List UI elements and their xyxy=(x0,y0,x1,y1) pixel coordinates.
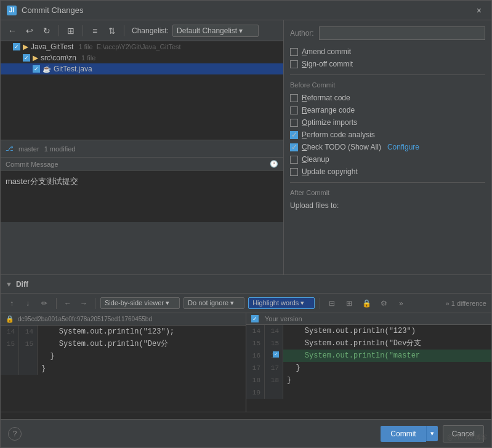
tree-item-src[interactable]: ✓ ▶ src\com\zn 1 file xyxy=(1,52,283,63)
commit-changes-dialog: JI Commit Changes × ← ↩ ↻ ⊞ ≡ ⇅ Changeli… xyxy=(0,0,492,448)
tree-item-extra-java-gittest: 1 file E:\accp\Y2\Git\Java_GitTest xyxy=(78,43,180,50)
viewer-dropdown[interactable]: Side-by-side viewer ▾ xyxy=(100,297,180,309)
upload-label: Upload files to: xyxy=(290,201,339,210)
toolbar-separator-2 xyxy=(83,25,83,36)
line-16-checkbox[interactable]: ✓ xyxy=(273,351,279,358)
changelist-label: Changelist: xyxy=(132,26,169,35)
right-pane-checkbox[interactable]: ✓ xyxy=(251,315,259,322)
checkbox-gittest-java[interactable]: ✓ xyxy=(33,65,40,73)
diff-scrollbar[interactable] xyxy=(1,412,491,419)
right-num-14: 14 xyxy=(246,325,265,337)
right-line-14: 14 14 System.out.println("123") xyxy=(246,325,491,337)
changelist-dropdown[interactable]: Default Changelist ▾ xyxy=(172,25,259,37)
right-line-18: 18 18 } xyxy=(246,374,491,386)
commit-message-input[interactable]: master分支测试提交 xyxy=(1,171,283,220)
optimize-imports-label: Optimize imports xyxy=(302,118,357,127)
tree-item-java-gittest[interactable]: ✓ ▶ Java_GitTest 1 file E:\accp\Y2\Git\J… xyxy=(1,41,283,52)
right-line-19: 19 xyxy=(246,386,491,399)
toolbar: ← ↩ ↻ ⊞ ≡ ⇅ Changelist: Default Changeli… xyxy=(1,20,283,41)
diff-edit-btn[interactable]: ✏ xyxy=(38,297,51,310)
before-commit-label: Before Commit xyxy=(290,81,485,89)
highlight-label: Highlight words xyxy=(252,299,299,306)
diff-left-btn[interactable]: ← xyxy=(62,297,74,310)
line-num-15: 15 xyxy=(1,338,19,350)
checkbox-java-gittest[interactable]: ✓ xyxy=(13,43,20,50)
left-panel: ← ↩ ↻ ⊞ ≡ ⇅ Changelist: Default Changeli… xyxy=(1,20,284,274)
diff-collapse-btn[interactable]: ⊟ xyxy=(325,297,339,310)
reformat-code-row: Reformat code xyxy=(290,94,485,102)
right-num-19: 19 xyxy=(246,386,265,399)
check-todo-label: Check TODO (Show All) xyxy=(302,143,381,151)
tree-item-label-src: src\com\zn xyxy=(41,54,76,62)
author-input[interactable] xyxy=(319,26,485,40)
left-diff-lines: 14 14 System.out.println("123"); 15 15 S… xyxy=(1,326,246,375)
history-icon[interactable]: 🕐 xyxy=(270,160,278,168)
rearrange-code-label: Rearrange code xyxy=(302,106,355,114)
right-num-18b: 18 xyxy=(265,374,283,386)
app-icon: JI xyxy=(7,6,17,15)
rearrange-code-checkbox[interactable] xyxy=(290,106,298,114)
diff-sep3 xyxy=(320,298,320,309)
amend-commit-checkbox[interactable] xyxy=(290,48,298,56)
title-bar: JI Commit Changes × xyxy=(1,1,491,20)
toolbar-btn-refresh[interactable]: ↻ xyxy=(40,24,54,38)
diff-more-btn[interactable]: » xyxy=(394,297,408,310)
highlight-dropdown[interactable]: Highlight words ▾ xyxy=(248,297,315,309)
diff-prev-btn[interactable]: ↑ xyxy=(6,297,18,310)
folder-icon: ▶ xyxy=(23,42,28,51)
diff-next-btn[interactable]: ↓ xyxy=(22,297,34,310)
tree-item-gittest-java[interactable]: ✓ ☕ GitTest.java xyxy=(1,63,283,74)
changelist-value: Default Changelist xyxy=(177,26,237,35)
cleanup-checkbox[interactable] xyxy=(290,156,298,164)
file-icon-java: ☕ xyxy=(42,65,51,73)
right-num-15b: 15 xyxy=(265,337,283,350)
right-num-18: 18 xyxy=(246,374,265,386)
toolbar-btn-grid[interactable]: ⊞ xyxy=(64,24,78,38)
diff-settings-btn[interactable]: ⚙ xyxy=(377,297,390,310)
ignore-dropdown[interactable]: Do not ignore ▾ xyxy=(183,297,244,309)
right-num-17: 17 xyxy=(246,362,265,374)
diff-sep1 xyxy=(56,298,57,309)
perform-code-analysis-checkbox[interactable]: ✓ xyxy=(290,131,298,139)
check-todo-checkbox[interactable]: ✓ xyxy=(290,143,298,151)
right-line-14-content: System.out.println("123") xyxy=(283,325,419,337)
right-num-19b xyxy=(265,386,283,399)
left-line-17-content: } xyxy=(38,362,49,375)
diff-count: » 1 difference xyxy=(446,300,486,307)
commit-button[interactable]: Commit xyxy=(381,426,425,442)
toolbar-separator-3 xyxy=(124,25,124,36)
close-button[interactable]: × xyxy=(473,4,485,17)
update-copyright-row: Update copyright xyxy=(290,167,485,176)
commit-dropdown-button[interactable]: ▾ xyxy=(426,426,438,441)
toolbar-btn-undo[interactable]: ↩ xyxy=(23,24,36,38)
right-line-19-content xyxy=(283,386,291,399)
viewer-label: Side-by-side viewer xyxy=(105,299,164,306)
left-line-15-content: System.out.println("Dev分 xyxy=(38,338,172,350)
signoff-commit-checkbox[interactable] xyxy=(290,60,298,68)
help-button[interactable]: ? xyxy=(8,427,22,441)
diff-sep2 xyxy=(95,298,95,309)
modified-count: 1 modified xyxy=(44,145,76,153)
toolbar-btn-list[interactable]: ≡ xyxy=(88,24,102,38)
diff-right-btn[interactable]: → xyxy=(78,297,90,310)
diff-lock-btn[interactable]: 🔒 xyxy=(360,297,373,310)
diff-expand-all-btn[interactable]: ⊞ xyxy=(342,297,356,310)
commit-msg-label: Commit Message xyxy=(6,161,58,168)
signoff-commit-label: Sign-off commit xyxy=(302,60,353,68)
right-num-16b: 16 ✓ xyxy=(265,350,283,362)
checkbox-src[interactable]: ✓ xyxy=(23,54,30,62)
toolbar-separator-1 xyxy=(58,25,59,36)
toolbar-btn-sort[interactable]: ⇅ xyxy=(105,24,119,38)
dialog-title: Commit Changes xyxy=(22,6,83,15)
reformat-code-checkbox[interactable] xyxy=(290,94,298,102)
right-line-16-content: System.out.println("master xyxy=(283,350,424,362)
diff-panes: 🔒 dc95cd2ba001a5e0fc978a205175ed11760455… xyxy=(1,313,491,412)
upload-row: Upload files to: xyxy=(290,201,485,210)
update-copyright-checkbox[interactable] xyxy=(290,168,298,176)
right-num-14b: 14 xyxy=(265,325,283,337)
title-bar-left: JI Commit Changes xyxy=(7,6,83,15)
optimize-imports-checkbox[interactable] xyxy=(290,119,298,127)
diff-expand-icon[interactable]: ▼ xyxy=(6,281,12,288)
toolbar-btn-arrow-left[interactable]: ← xyxy=(6,24,19,38)
configure-link[interactable]: Configure xyxy=(387,143,419,151)
